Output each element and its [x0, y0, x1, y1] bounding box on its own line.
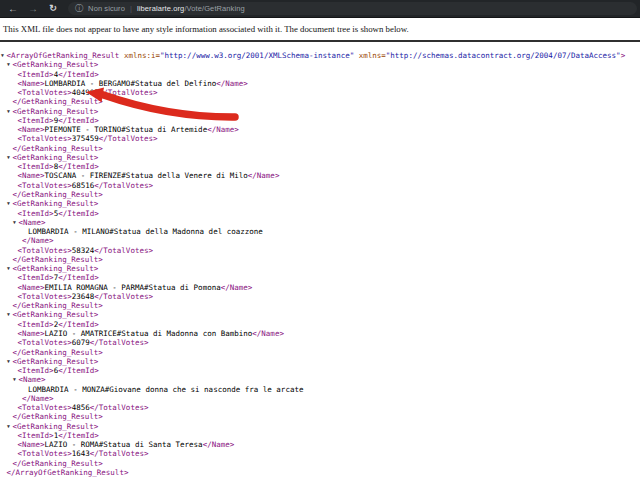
xml-tag: <GetRanking_Result>	[13, 357, 99, 366]
xml-record-close: </GetRanking_Result>	[0, 412, 640, 421]
xml-tag: <Name>	[18, 329, 45, 338]
xml-record-open: ▼<GetRanking_Result>	[0, 60, 640, 69]
xml-attr-value: "http://www.w3.org/2001/XMLSchema-instan…	[160, 51, 354, 60]
xml-text: PIEMONTE - TORINO#Statua di Artemide	[45, 125, 208, 134]
xml-tag: </TotalVotes>	[99, 88, 158, 97]
xml-text: 375459	[72, 134, 99, 143]
xml-tag: <TotalVotes>	[18, 338, 72, 347]
reload-button[interactable]: ↻	[46, 0, 60, 17]
xml-record-close: </GetRanking_Result>	[0, 459, 640, 468]
xml-text: 1643	[72, 449, 90, 458]
xml-tag: <ArrayOfGetRanking_Result	[7, 51, 120, 60]
security-label: Non sicuro	[88, 4, 125, 13]
xml-tag: </GetRanking_Result>	[13, 190, 103, 199]
xml-text: LOMBARDIA - MONZA#Giovane donna che si n…	[28, 385, 303, 394]
xml-tag: <Name>	[18, 79, 45, 88]
xml-tag: <Name>	[18, 171, 45, 180]
xml-tree: ▼<ArrayOfGetRanking_Result xmlns:i="http…	[0, 42, 640, 489]
xml-itemid-line: <ItemId>8</ItemId>	[0, 162, 640, 171]
xml-record-close: </GetRanking_Result>	[0, 348, 640, 357]
xml-text: LAZIO - ROMA#Statua di Santa Teresa	[45, 440, 203, 449]
xml-tag: <ItemId>	[18, 116, 54, 125]
xml-record-close: </GetRanking_Result>	[0, 255, 640, 264]
xml-itemid-line: <ItemId>4</ItemId>	[0, 70, 640, 79]
xml-record-open: ▼<GetRanking_Result>	[0, 310, 640, 319]
xml-totalvotes-line: <TotalVotes>58324</TotalVotes>	[0, 246, 640, 255]
xml-name-open: ▼<Name>	[0, 218, 640, 227]
xml-tag: </GetRanking_Result>	[13, 348, 103, 357]
xml-tag: </ItemId>	[58, 162, 99, 171]
xml-totalvotes-line: <TotalVotes>23648</TotalVotes>	[0, 292, 640, 301]
xml-name-line: <Name>LAZIO - ROMA#Statua di Santa Teres…	[0, 440, 640, 449]
xml-tag: </GetRanking_Result>	[13, 97, 103, 106]
xml-tag: </Name>	[252, 329, 284, 338]
xml-tag: </GetRanking_Result>	[13, 412, 103, 421]
browser-toolbar: ← → ↻ ⓘ Non sicuro | liberalarte.org/Vot…	[0, 0, 640, 18]
xml-name-open: ▼<Name>	[0, 375, 640, 384]
xml-tag: <Name>	[18, 125, 45, 134]
xml-tag: <TotalVotes>	[18, 88, 72, 97]
xml-record-open: ▼<GetRanking_Result>	[0, 199, 640, 208]
xml-tag: <Name>	[18, 440, 45, 449]
xml-text: LAZIO - AMATRICE#Statua di Madonna con B…	[45, 329, 253, 338]
xml-record-open: ▼<GetRanking_Result>	[0, 153, 640, 162]
xml-text: LOMBARDIA - MILANO#Statua della Madonna …	[28, 227, 263, 236]
xml-tag: </TotalVotes>	[94, 292, 153, 301]
xml-tag: <ItemId>	[18, 320, 54, 329]
xml-tag: </TotalVotes>	[90, 449, 149, 458]
xml-text: 6079	[72, 338, 90, 347]
xml-tag: <TotalVotes>	[18, 403, 72, 412]
xml-tag: </TotalVotes>	[99, 134, 158, 143]
xml-tag: </ItemId>	[58, 70, 99, 79]
xml-tag: <GetRanking_Result>	[13, 422, 99, 431]
xml-tag: <GetRanking_Result>	[13, 310, 99, 319]
xml-tag: <Name>	[19, 375, 46, 384]
xml-tag: <TotalVotes>	[18, 292, 72, 301]
xml-record-close: </GetRanking_Result>	[0, 97, 640, 106]
xml-name-line: <Name>LOMBARDIA - BERGAMO#Statua del Del…	[0, 79, 640, 88]
xml-attr-name: xmlns=	[354, 51, 386, 60]
url-separator: |	[130, 4, 132, 13]
xml-tag: </Name>	[216, 79, 248, 88]
xml-tag: </TotalVotes>	[90, 338, 149, 347]
xml-record-close: </GetRanking_Result>	[0, 301, 640, 310]
xml-tag: <GetRanking_Result>	[13, 60, 99, 69]
xml-tag: </TotalVotes>	[94, 181, 153, 190]
xml-attr-value: "http://schemas.datacontract.org/2004/07…	[386, 51, 621, 60]
xml-itemid-line: <ItemId>6</ItemId>	[0, 366, 640, 375]
xml-tag: </ArrayOfGetRanking_Result>	[7, 468, 129, 477]
xml-tag: <ItemId>	[18, 70, 54, 79]
xml-tag: <GetRanking_Result>	[13, 264, 99, 273]
xml-text: 4856	[72, 403, 90, 412]
info-icon[interactable]: ⓘ	[75, 3, 83, 14]
xml-tag: </GetRanking_Result>	[13, 301, 103, 310]
xml-name-close: </Name>	[0, 236, 640, 245]
xml-tag: </Name>	[221, 283, 253, 292]
xml-itemid-line: <ItemId>7</ItemId>	[0, 273, 640, 282]
xml-itemid-line: <ItemId>2</ItemId>	[0, 320, 640, 329]
xml-tag: </Name>	[22, 394, 54, 403]
xml-name-line: <Name>PIEMONTE - TORINO#Statua di Artemi…	[0, 125, 640, 134]
xml-totalvotes-line: <TotalVotes>404905</TotalVotes>	[0, 88, 640, 97]
xml-style-notice: This XML file does not appear to have an…	[0, 18, 640, 40]
xml-tag: </TotalVotes>	[94, 246, 153, 255]
url-path: /Vote/GetRanking	[184, 4, 244, 13]
xml-totalvotes-line: <TotalVotes>1643</TotalVotes>	[0, 449, 640, 458]
xml-record-open: ▼<GetRanking_Result>	[0, 357, 640, 366]
url-bar[interactable]: ⓘ Non sicuro | liberalarte.org/Vote/GetR…	[68, 2, 637, 15]
xml-tag: <Name>	[19, 218, 46, 227]
xml-viewer-page: This XML file does not appear to have an…	[0, 18, 640, 489]
xml-tag: </Name>	[248, 171, 280, 180]
xml-tag: <Name>	[18, 283, 45, 292]
forward-button[interactable]: →	[26, 0, 40, 17]
xml-tag: <ItemId>	[18, 431, 54, 440]
back-button[interactable]: ←	[6, 0, 20, 17]
xml-tag: <ItemId>	[18, 273, 54, 282]
xml-root-open: ▼<ArrayOfGetRanking_Result xmlns:i="http…	[0, 51, 640, 60]
xml-record-open: ▼<GetRanking_Result>	[0, 422, 640, 431]
xml-tag: </GetRanking_Result>	[13, 144, 103, 153]
xml-name-line: <Name>EMILIA ROMAGNA - PARMA#Statua di P…	[0, 283, 640, 292]
xml-tag: <ItemId>	[18, 209, 54, 218]
xml-root-close: </ArrayOfGetRanking_Result>	[0, 468, 640, 477]
xml-totalvotes-line: <TotalVotes>375459</TotalVotes>	[0, 134, 640, 143]
